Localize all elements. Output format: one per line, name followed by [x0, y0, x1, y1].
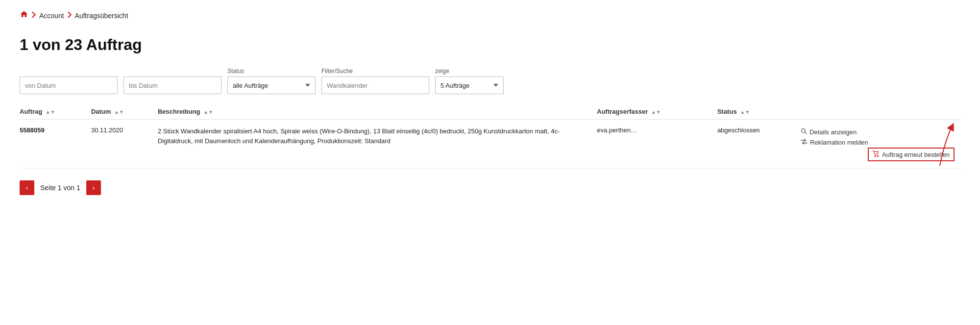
- table-header: Auftrag ▲▼ Datum ▲▼ Beschreibung ▲▼ Auft…: [20, 104, 960, 120]
- orders-table: Auftrag ▲▼ Datum ▲▼ Beschreibung ▲▼ Auft…: [20, 104, 960, 169]
- home-icon: [20, 10, 28, 21]
- sort-status-icon: ▲▼: [740, 109, 750, 115]
- cell-auftrag: 5588059: [20, 120, 91, 169]
- arrow-annotation: [920, 117, 959, 172]
- arrows-icon: [801, 139, 808, 146]
- details-label: Details anzeigen: [809, 128, 857, 136]
- sort-auftragserfasser-icon: ▲▼: [651, 109, 661, 115]
- prev-page-button[interactable]: ‹: [20, 180, 34, 195]
- sort-auftrag-icon: ▲▼: [46, 109, 55, 115]
- breadcrumb-arrow-1: [31, 11, 36, 20]
- next-page-button[interactable]: ›: [86, 180, 101, 195]
- breadcrumb: Account Auftragsübersicht: [20, 10, 960, 21]
- status-select[interactable]: alle Aufträge abgeschlossen in Bearbeitu…: [227, 76, 316, 94]
- col-auftragserfasser[interactable]: Auftragserfasser ▲▼: [597, 104, 717, 120]
- filter-search-group: Filter/Suche: [321, 68, 429, 94]
- filter-suche-input[interactable]: [321, 76, 429, 94]
- search-icon: [801, 128, 807, 136]
- col-auftrag[interactable]: Auftrag ▲▼: [20, 104, 91, 120]
- von-datum-input[interactable]: [20, 76, 118, 94]
- cell-beschreibung: 2 Stück Wandkalender spiralisiert A4 hoc…: [158, 120, 597, 169]
- breadcrumb-auftragsübersicht-link[interactable]: Auftragsübersicht: [75, 12, 128, 20]
- col-status[interactable]: Status ▲▼: [717, 104, 801, 120]
- status-label: Status: [227, 68, 316, 75]
- svg-point-3: [877, 155, 878, 156]
- zeige-label: zeige: [435, 68, 504, 75]
- cart-icon: [873, 150, 880, 158]
- sort-datum-icon: ▲▼: [114, 109, 124, 115]
- filter-suche-label: Filter/Suche: [321, 68, 429, 75]
- filter-von-datum: [20, 76, 118, 94]
- page-title: 1 von 23 Auftrag: [20, 36, 960, 54]
- filters-row: Status alle Aufträge abgeschlossen in Be…: [20, 68, 960, 94]
- filter-status-group: Status alle Aufträge abgeschlossen in Be…: [227, 68, 316, 94]
- filter-zeige-group: zeige 5 Aufträge 10 Aufträge 25 Aufträge…: [435, 68, 504, 94]
- cell-auftragserfasser: eva.perthen…: [597, 120, 717, 169]
- svg-line-1: [805, 132, 807, 134]
- sort-beschreibung-icon: ▲▼: [203, 109, 213, 115]
- zeige-select[interactable]: 5 Aufträge 10 Aufträge 25 Aufträge 50 Au…: [435, 76, 504, 94]
- breadcrumb-account-link[interactable]: Account: [39, 12, 64, 20]
- cell-status: abgeschlossen: [717, 120, 801, 169]
- col-datum[interactable]: Datum ▲▼: [91, 104, 158, 120]
- reklamation-label: Reklamation melden: [810, 139, 868, 146]
- pagination: ‹ Seite 1 von 1 ›: [20, 180, 960, 195]
- svg-point-0: [802, 129, 806, 133]
- page-info: Seite 1 von 1: [40, 184, 80, 192]
- table-row: 5588059 30.11.2020 2 Stück Wandkalender …: [20, 120, 960, 169]
- bis-datum-input[interactable]: [123, 76, 221, 94]
- svg-point-2: [875, 155, 876, 156]
- col-beschreibung[interactable]: Beschreibung ▲▼: [158, 104, 597, 120]
- cell-datum: 30.11.2020: [91, 120, 158, 169]
- breadcrumb-arrow-2: [67, 11, 72, 20]
- filter-bis-datum: [123, 76, 221, 94]
- table-body: 5588059 30.11.2020 2 Stück Wandkalender …: [20, 120, 960, 169]
